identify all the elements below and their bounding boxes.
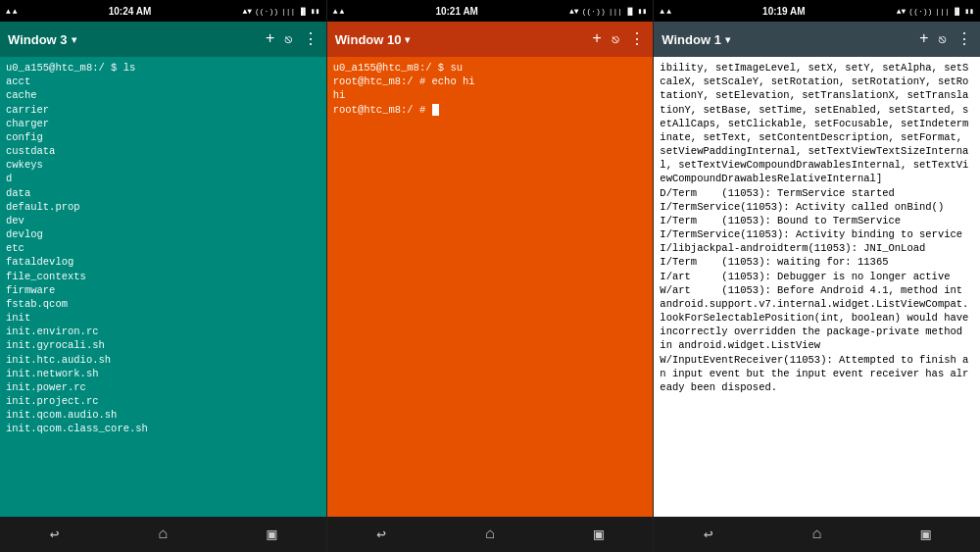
more-options-button[interactable]: ⋮ [303,29,318,49]
titlebar-icons: +⎋⋮ [919,29,972,49]
phone-panel-1: ▲▲10:21 AM▲▼((·))|||▐▌▮▮Window 10▾+⎋⋮u0_… [327,0,655,552]
chevron-down-icon[interactable]: ▾ [72,34,76,45]
new-window-button[interactable]: + [266,30,275,48]
status-right-icons: ▲▼((·))|||▐▌▮▮ [897,7,974,16]
home-button[interactable]: ⌂ [147,522,180,547]
titlebar-icons: +⎋⋮ [266,29,318,49]
status-time: 10:21 AM [435,6,478,17]
share-button[interactable]: ⎋ [284,31,292,48]
window-title: Window 1▾ [662,32,913,47]
more-options-button[interactable]: ⋮ [956,29,972,49]
window-label: Window 10 [335,32,402,47]
new-window-button[interactable]: + [592,30,602,48]
share-button[interactable]: ⎋ [612,31,619,48]
status-left-icons: ▲▲ [660,7,671,16]
recents-button[interactable]: ▣ [582,521,615,548]
titlebar-icons: +⎋⋮ [592,29,645,49]
recents-button[interactable]: ▣ [255,521,288,548]
status-bar: ▲▲10:21 AM▲▼((·))|||▐▌▮▮ [327,0,654,22]
chevron-down-icon[interactable]: ▾ [725,34,730,45]
window-title: Window 3▾ [8,32,260,47]
terminal-output[interactable]: u0_a155@htc_m8:/ $ ls acct cache carrier… [0,57,326,517]
nav-bar: ↩⌂▣ [654,517,980,552]
title-bar: Window 1▾+⎋⋮ [654,22,980,57]
terminal-output[interactable]: u0_a155@htc_m8:/ $ su root@htc_m8:/ # ec… [327,57,654,517]
status-right-icons: ▲▼((·))|||▐▌▮▮ [242,7,319,16]
more-options-button[interactable]: ⋮ [629,29,645,49]
back-button[interactable]: ↩ [38,521,72,548]
status-time: 10:24 AM [109,6,152,17]
terminal-cursor [432,104,439,116]
home-button[interactable]: ⌂ [473,522,507,547]
status-right-icons: ▲▼((·))|||▐▌▮▮ [569,7,647,16]
recents-button[interactable]: ▣ [909,521,943,548]
status-left-icons: ▲▲ [6,7,18,16]
back-button[interactable]: ↩ [692,521,725,548]
share-button[interactable]: ⎋ [939,31,947,48]
status-left-icons: ▲▲ [333,7,345,16]
status-time: 10:19 AM [762,6,806,17]
title-bar: Window 10▾+⎋⋮ [327,22,654,57]
new-window-button[interactable]: + [919,30,929,48]
title-bar: Window 3▾+⎋⋮ [0,22,326,57]
window-label: Window 3 [8,32,68,47]
phone-panel-2: ▲▲10:19 AM▲▼((·))|||▐▌▮▮Window 1▾+⎋⋮ibil… [654,0,980,552]
status-bar: ▲▲10:19 AM▲▼((·))|||▐▌▮▮ [654,0,980,22]
back-button[interactable]: ↩ [365,521,398,548]
nav-bar: ↩⌂▣ [0,517,326,552]
nav-bar: ↩⌂▣ [327,517,654,552]
window-title: Window 10▾ [335,32,587,47]
window-label: Window 1 [662,32,721,47]
home-button[interactable]: ⌂ [801,522,834,547]
chevron-down-icon[interactable]: ▾ [405,34,410,45]
status-bar: ▲▲10:24 AM▲▼((·))|||▐▌▮▮ [0,0,326,22]
phone-panel-0: ▲▲10:24 AM▲▼((·))|||▐▌▮▮Window 3▾+⎋⋮u0_a… [0,0,327,552]
terminal-output[interactable]: ibility, setImageLevel, setX, setY, setA… [654,57,980,517]
